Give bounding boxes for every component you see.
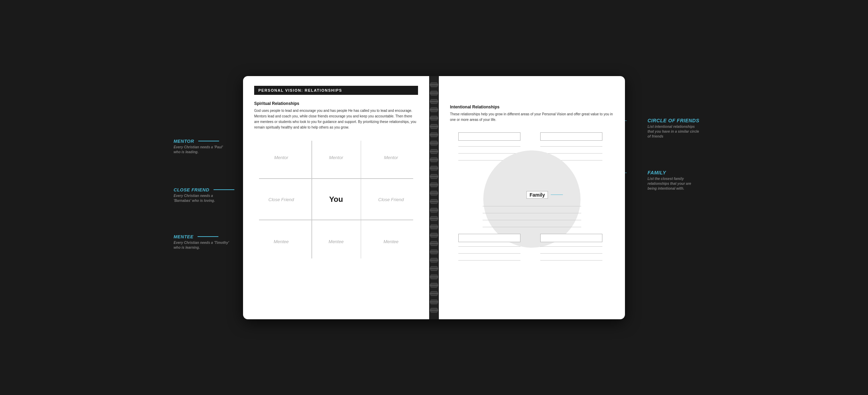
family-title: FAMILY	[648, 170, 701, 176]
cell-bottom-left: Mentee	[254, 221, 308, 262]
spiral-ring	[430, 233, 438, 238]
spiral-ring	[430, 141, 438, 146]
spiral-ring	[430, 91, 438, 96]
spiral-ring	[430, 216, 438, 221]
spiral-ring	[430, 174, 438, 179]
circle-line-2	[483, 213, 581, 214]
circle-line-3	[483, 220, 581, 221]
mentor-line	[198, 141, 219, 141]
cell-top-right: Mentor	[364, 137, 418, 179]
family-connector-line	[551, 195, 563, 195]
line-bottom-right-2	[540, 253, 602, 254]
spiritual-section-title: Spiritual Relationships	[254, 101, 418, 106]
line-bottom-left-2	[458, 253, 520, 254]
family-desc: List the closest family relationships th…	[648, 176, 701, 191]
left-page-header: PERSONAL VISION: RELATIONSHIPS	[254, 86, 418, 95]
cell-middle-right: Close Friend	[364, 178, 418, 221]
relationship-grid: Mentor Mentor Mentor Close Friend You Cl…	[254, 137, 418, 262]
spiral-ring	[430, 266, 438, 271]
spiral-ring	[430, 241, 438, 246]
right-page: Intentional Relationships These relation…	[439, 76, 625, 319]
cell-middle-center: You	[308, 178, 364, 221]
spiral-ring	[430, 283, 438, 288]
spiritual-section-text: God uses people to lead and encourage yo…	[254, 108, 418, 130]
intentional-section-text: These relationships help you grow in dif…	[450, 112, 614, 123]
left-annotations: MENTOR Every Christian needs a 'Paul' wh…	[174, 76, 240, 319]
right-annotations: CIRCLE OF FRIENDS List intentional relat…	[628, 76, 701, 319]
spiral-ring	[430, 124, 438, 129]
family-label: Family	[526, 191, 548, 199]
spiral-ring	[430, 299, 438, 304]
circle-of-friends-title: CIRCLE OF FRIENDS	[648, 118, 701, 124]
cell-bottom-right: Mentee	[364, 221, 418, 262]
mentor-desc: Every Christian needs a 'Paul' who is le…	[174, 145, 229, 155]
line-top-left-1	[458, 146, 520, 147]
mentee-desc: Every Christian needs a 'Timothy' who is…	[174, 240, 229, 250]
close-friend-title: CLOSE FRIEND	[174, 187, 234, 192]
circle-line-1	[483, 206, 581, 207]
left-page: PERSONAL VISION: RELATIONSHIPS Spiritual…	[243, 76, 429, 319]
intentional-section-title: Intentional Relationships	[450, 105, 614, 109]
mentee-title: MENTEE	[174, 234, 229, 239]
spiral-ring	[430, 157, 438, 162]
mentor-title: MENTOR	[174, 139, 229, 144]
spiral-ring	[430, 224, 438, 229]
intentional-section: Intentional Relationships These relation…	[450, 105, 614, 123]
spiral-ring	[430, 132, 438, 137]
spiral-ring	[430, 166, 438, 171]
spiral-ring	[430, 116, 438, 121]
spiral-ring	[430, 291, 438, 296]
line-bottom-left-1	[458, 246, 520, 247]
spiral-ring	[430, 199, 438, 204]
cell-bottom-center: Mentee	[308, 221, 364, 262]
spiral-ring	[430, 249, 438, 254]
spiral-ring	[430, 182, 438, 187]
spiral-ring	[430, 191, 438, 196]
family-annotation: FAMILY List the closest family relations…	[628, 170, 701, 191]
circle-of-friends-desc: List intentional relationships that you …	[648, 124, 701, 139]
line-top-right-1	[540, 146, 602, 147]
input-bottom-left[interactable]	[458, 234, 520, 242]
cell-top-center: Mentor	[308, 137, 364, 179]
circle-of-friends-annotation: CIRCLE OF FRIENDS List intentional relat…	[628, 118, 701, 139]
close-friend-line	[214, 189, 234, 190]
family-label-container: Family	[526, 191, 563, 199]
spiral-ring	[430, 149, 438, 154]
line-bottom-left-3	[458, 260, 520, 261]
cell-middle-left: Close Friend	[254, 178, 308, 221]
spiral-ring	[430, 308, 438, 313]
close-friend-annotation: CLOSE FRIEND Every Christian needs a 'Ba…	[174, 187, 234, 203]
circle-diagram: Family	[450, 130, 614, 269]
input-top-right[interactable]	[540, 132, 602, 141]
mentee-annotation: MENTEE Every Christian needs a 'Timothy'…	[174, 234, 229, 250]
spiral-ring	[430, 208, 438, 213]
close-friend-desc: Every Christian needs a 'Barnabas' who i…	[174, 194, 229, 203]
spiral-ring	[430, 107, 438, 112]
line-bottom-right-3	[540, 260, 602, 261]
mentee-line	[198, 236, 218, 237]
circle-line-4	[483, 227, 581, 228]
input-top-left[interactable]	[458, 132, 520, 141]
cell-top-left: Mentor	[254, 137, 308, 179]
input-bottom-right[interactable]	[540, 234, 602, 242]
spiral-binding	[429, 76, 439, 319]
spiral-ring	[430, 258, 438, 263]
spiral-ring	[430, 274, 438, 279]
line-bottom-right-1	[540, 246, 602, 247]
line-top-left-2	[458, 153, 520, 154]
big-circle	[483, 150, 581, 248]
spiral-ring	[430, 99, 438, 104]
notebook: MENTOR Every Christian needs a 'Paul' wh…	[243, 76, 625, 319]
mentor-annotation: MENTOR Every Christian needs a 'Paul' wh…	[174, 139, 229, 155]
spiral-ring	[430, 82, 438, 87]
